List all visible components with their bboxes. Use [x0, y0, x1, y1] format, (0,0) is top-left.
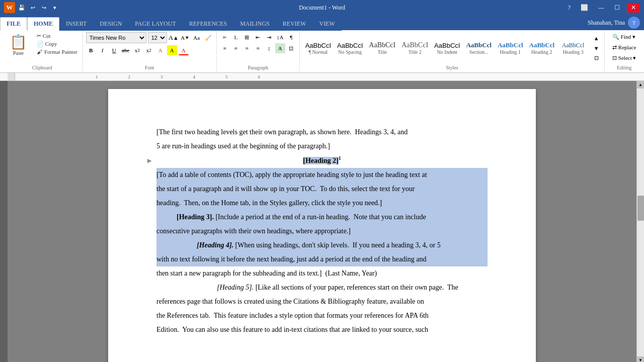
strikethrough-button[interactable]: abc — [121, 45, 131, 55]
tab-design[interactable]: DESIGN — [93, 17, 128, 31]
style-section[interactable]: AaBbCcl Section... — [463, 40, 494, 56]
style-preview-heading1: AaBbCcl — [498, 41, 523, 49]
decrease-indent-button[interactable]: ⇤ — [253, 32, 263, 42]
doc-heading5: [Heading 5]. [Like all sections of your … — [156, 281, 488, 295]
user-area: Shanahan, Tina T — [584, 15, 644, 30]
superscript-button[interactable]: x2 — [144, 45, 154, 55]
numbering-button[interactable]: 1. — [231, 32, 241, 42]
text-effects-button[interactable]: A — [155, 45, 166, 55]
copy-button[interactable]: 📄 Copy — [35, 40, 79, 48]
scroll-thumb[interactable] — [637, 196, 644, 221]
doc-paragraph-7: with no text following it before the nex… — [156, 252, 488, 266]
maximize-button[interactable]: ☐ — [611, 3, 623, 13]
redo-button[interactable]: ↪ — [39, 3, 48, 12]
customize-quick-access[interactable]: ▾ — [50, 3, 59, 12]
italic-button[interactable]: I — [98, 45, 108, 55]
decrease-font-button[interactable]: A▼ — [180, 33, 190, 43]
font-group-content: Times New Ro 12 A▲ A▼ Aa 🧹 B I U abc x2 — [86, 31, 213, 64]
undo-button[interactable]: ↩ — [28, 3, 37, 12]
style-heading3[interactable]: AaBbCcl Heading 3 — [558, 40, 588, 56]
paragraph-group: ≡· 1. ⊞ ⇤ ⇥ ↕A ¶ ≡ ≡ ≡ ≡ ↕ A ⊡ — [217, 31, 300, 71]
style-preview-title: AaBbCcI — [369, 41, 395, 49]
style-title2[interactable]: AaBbCcI Title 2 — [399, 40, 431, 56]
page-scroll-area[interactable]: [The first two heading levels get their … — [8, 81, 636, 362]
scroll-track[interactable] — [637, 88, 645, 356]
bullets-button[interactable]: ≡· — [220, 32, 230, 42]
ribbon-display-button[interactable]: ⬜ — [578, 3, 591, 13]
style-label-section: Section... — [469, 49, 489, 55]
help-button[interactable]: ? — [565, 3, 574, 13]
font-size-select[interactable]: 12 — [148, 32, 167, 43]
select-button[interactable]: ⊡ Select ▾ — [608, 53, 640, 63]
align-center-button[interactable]: ≡ — [231, 43, 241, 53]
line-spacing-button[interactable]: ↕ — [264, 43, 274, 53]
show-formatting-button[interactable]: ¶ — [286, 32, 296, 42]
style-preview-section: AaBbCcl — [466, 41, 492, 49]
borders-button[interactable]: ⊡ — [286, 43, 296, 53]
tab-mailings[interactable]: MAILINGS — [233, 17, 276, 31]
change-case-button[interactable]: Aa — [192, 33, 202, 43]
ribbon-content: 📋 Paste ✂ Cut 📄 Copy 🖌 Format Painter Cl… — [0, 30, 644, 73]
style-preview-normal: AaBbCcI — [305, 42, 331, 49]
align-left-button[interactable]: ≡ — [220, 43, 230, 53]
styles-expand[interactable]: ⊡ — [591, 54, 601, 62]
tab-insert[interactable]: INSERT — [59, 17, 93, 31]
tab-home[interactable]: HOME — [27, 17, 59, 31]
styles-group: AaBbCcI ¶ Normal AaBbCcI No Spacing AaBb… — [300, 31, 605, 71]
increase-font-button[interactable]: A▲ — [169, 33, 179, 43]
style-normal[interactable]: AaBbCcI ¶ Normal — [303, 40, 334, 56]
editing-label: Editing — [608, 64, 640, 71]
style-heading2[interactable]: AaBbCcl Heading 2 — [527, 40, 557, 56]
minimize-button[interactable]: — — [595, 3, 607, 13]
ribbon: FILE HOME INSERT DESIGN PAGE LAYOUT REFE… — [0, 15, 644, 73]
format-painter-button[interactable]: 🖌 Format Painter — [35, 48, 79, 55]
tab-page-layout[interactable]: PAGE LAYOUT — [128, 17, 182, 31]
scroll-up-button[interactable]: ▲ — [637, 81, 645, 88]
style-title[interactable]: AaBbCcI Title — [366, 40, 398, 56]
user-avatar[interactable]: T — [628, 17, 640, 29]
close-button[interactable]: ✕ — [627, 3, 640, 13]
highlight-color-button[interactable]: A — [167, 45, 177, 55]
clipboard-group: 📋 Paste ✂ Cut 📄 Copy 🖌 Format Painter Cl… — [2, 31, 83, 71]
subscript-button[interactable]: x2 — [132, 45, 142, 55]
style-label-no-spacing: No Spacing — [338, 49, 362, 55]
paste-button[interactable]: 📋 Paste — [5, 32, 32, 57]
increase-indent-button[interactable]: ⇥ — [264, 32, 274, 42]
justify-button[interactable]: ≡ — [253, 43, 263, 53]
style-label-heading2: Heading 2 — [531, 49, 552, 55]
tab-file[interactable]: FILE — [0, 17, 27, 31]
clear-formatting-button[interactable]: 🧹 — [203, 33, 213, 43]
tab-view[interactable]: VIEW — [312, 17, 341, 31]
underline-button[interactable]: U — [109, 45, 119, 55]
heading-collapse-arrow[interactable]: ▶ — [147, 157, 151, 164]
shading-button[interactable]: A — [275, 43, 285, 53]
paste-label: Paste — [13, 50, 24, 56]
heading2-container: ▶ [Heading 2]1 — [156, 153, 488, 168]
clipboard-label: Clipboard — [5, 64, 79, 71]
style-no-indent[interactable]: AaBbCcI No Indent — [432, 40, 462, 56]
font-color-button[interactable]: A — [179, 45, 189, 55]
heading2-text: [Heading 2] — [303, 157, 338, 164]
styles-scroll-up[interactable]: ▲ — [591, 34, 601, 42]
bold-button[interactable]: B — [86, 45, 96, 55]
tab-review[interactable]: REVIEW — [276, 17, 313, 31]
tab-references[interactable]: REFERENCES — [183, 17, 233, 31]
doc-paragraph-5: heading. Then, on the Home tab, in the S… — [156, 196, 488, 210]
heading3-text: [Heading 3]. — [177, 213, 214, 221]
word-icon[interactable]: W — [4, 2, 15, 13]
sort-button[interactable]: ↕A — [275, 32, 285, 42]
find-button[interactable]: 🔍 Find ▾ — [608, 32, 640, 42]
scroll-down-button[interactable]: ▼ — [637, 356, 645, 362]
font-family-select[interactable]: Times New Ro — [86, 32, 146, 43]
cut-button[interactable]: ✂ Cut — [35, 32, 79, 40]
styles-scroll-down[interactable]: ▼ — [591, 44, 601, 52]
font-row-1: Times New Ro 12 A▲ A▼ Aa 🧹 — [86, 32, 213, 43]
replace-button[interactable]: ⇄ Replace — [608, 43, 640, 52]
style-no-spacing[interactable]: AaBbCcI No Spacing — [335, 40, 365, 56]
align-right-button[interactable]: ≡ — [242, 43, 252, 53]
save-button[interactable]: 💾 — [17, 3, 26, 12]
style-heading1[interactable]: AaBbCcl Heading 1 — [495, 40, 526, 56]
ruler-marks: 123456 — [15, 73, 644, 80]
style-label-title2: Title 2 — [409, 49, 422, 55]
multilevel-list-button[interactable]: ⊞ — [242, 32, 252, 42]
